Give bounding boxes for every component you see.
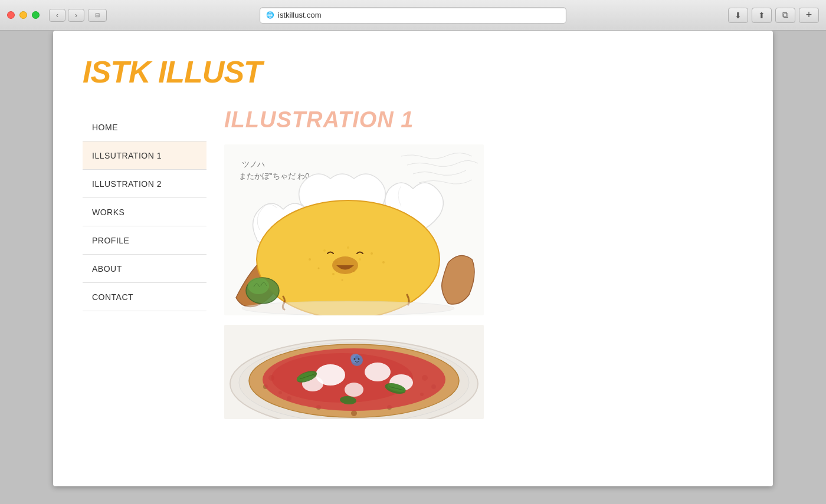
svg-text:またかぼ"ちゃだ わ0: またかぼ"ちゃだ わ0 [239, 172, 309, 180]
nav-label-illsutration-1: ILLSUTRATION 1 [92, 151, 162, 160]
sidebar-toggle-button[interactable]: ⊟ [88, 9, 107, 22]
svg-point-49 [354, 358, 356, 360]
share-icon: ⬆ [758, 11, 765, 20]
site-logo: ISTK ILLUST [83, 54, 743, 90]
maximize-button[interactable] [32, 11, 40, 19]
illustration-1: ツノハ またかぼ"ちゃだ わ0 [224, 144, 484, 315]
sidebar-item-illustration-2[interactable]: ILLUSTRATION 2 [83, 170, 206, 198]
download-button[interactable]: ⬇ [728, 8, 748, 23]
share-button[interactable]: ⬆ [752, 8, 772, 23]
sidebar-nav: HOME ILLSUTRATION 1 ILLUSTRATION 2 WORKS… [83, 107, 206, 486]
illust-1-svg: ツノハ またかぼ"ちゃだ わ0 [224, 144, 484, 315]
sidebar-item-illsutration-1[interactable]: ILLSUTRATION 1 [83, 141, 206, 170]
minimize-button[interactable] [19, 11, 27, 19]
svg-point-36 [365, 363, 391, 381]
illustration-2 [224, 325, 484, 419]
nav-label-about: ABOUT [92, 264, 122, 274]
svg-point-8 [318, 268, 320, 269]
svg-point-17 [248, 278, 269, 294]
nav-label-home: HOME [92, 123, 118, 132]
toolbar-right: ⬇ ⬆ ⧉ + [728, 8, 819, 23]
sidebar-item-about[interactable]: ABOUT [83, 255, 206, 283]
svg-point-12 [309, 258, 311, 261]
svg-point-13 [382, 261, 385, 263]
plus-icon: + [806, 9, 812, 21]
page-title: ILLUSTRATION 1 [224, 107, 726, 133]
sidebar-item-profile[interactable]: PROFILE [83, 226, 206, 255]
nav-label-profile: PROFILE [92, 236, 129, 245]
illustrations-container: ツノハ またかぼ"ちゃだ わ0 [224, 144, 726, 419]
svg-point-32 [351, 410, 357, 416]
svg-point-51 [355, 355, 359, 359]
traffic-lights [7, 11, 40, 19]
svg-point-14 [342, 279, 343, 281]
address-bar[interactable]: 🌐 istkillust.com [260, 7, 566, 24]
svg-point-39 [345, 383, 363, 397]
forward-button[interactable]: › [68, 9, 84, 22]
browser-window: ISTK ILLUST HOME ILLSUTRATION 1 ILLUSTRA… [53, 31, 773, 486]
nav-label-contact: CONTACT [92, 292, 133, 302]
address-bar-container: 🌐 istkillust.com [260, 7, 566, 24]
sidebar-item-home[interactable]: HOME [83, 113, 206, 141]
sidebar-item-contact[interactable]: CONTACT [83, 283, 206, 311]
sidebar-icon: ⊟ [95, 12, 100, 18]
copy-icon: ⧉ [782, 10, 788, 20]
svg-point-4 [323, 249, 326, 252]
nav-label-works: WORKS [92, 207, 124, 217]
svg-point-7 [359, 258, 361, 261]
copy-button[interactable]: ⧉ [775, 8, 795, 23]
sidebar-item-works[interactable]: WORKS [83, 198, 206, 226]
new-tab-button[interactable]: + [799, 8, 819, 23]
nav-label-illustration-2: ILLUSTRATION 2 [92, 179, 162, 189]
svg-text:ツノハ: ツノハ [242, 160, 265, 169]
close-button[interactable] [7, 11, 15, 19]
titlebar: ‹ › ⊟ 🌐 istkillust.com ⬇ ⬆ ⧉ + [0, 0, 826, 31]
main-content: ILLUSTRATION 1 ツノハ [206, 107, 743, 486]
illust-2-svg [224, 325, 484, 419]
download-icon: ⬇ [735, 11, 742, 20]
back-button[interactable]: ‹ [49, 9, 65, 22]
svg-point-10 [332, 273, 335, 275]
globe-icon: 🌐 [266, 11, 274, 19]
svg-point-6 [347, 246, 349, 249]
svg-point-9 [371, 252, 373, 255]
svg-point-18 [242, 301, 454, 315]
url-text: istkillust.com [278, 11, 322, 19]
main-layout: HOME ILLSUTRATION 1 ILLUSTRATION 2 WORKS… [83, 107, 743, 486]
site-content: ISTK ILLUST HOME ILLSUTRATION 1 ILLUSTRA… [53, 31, 773, 486]
nav-buttons: ‹ › [49, 9, 84, 22]
